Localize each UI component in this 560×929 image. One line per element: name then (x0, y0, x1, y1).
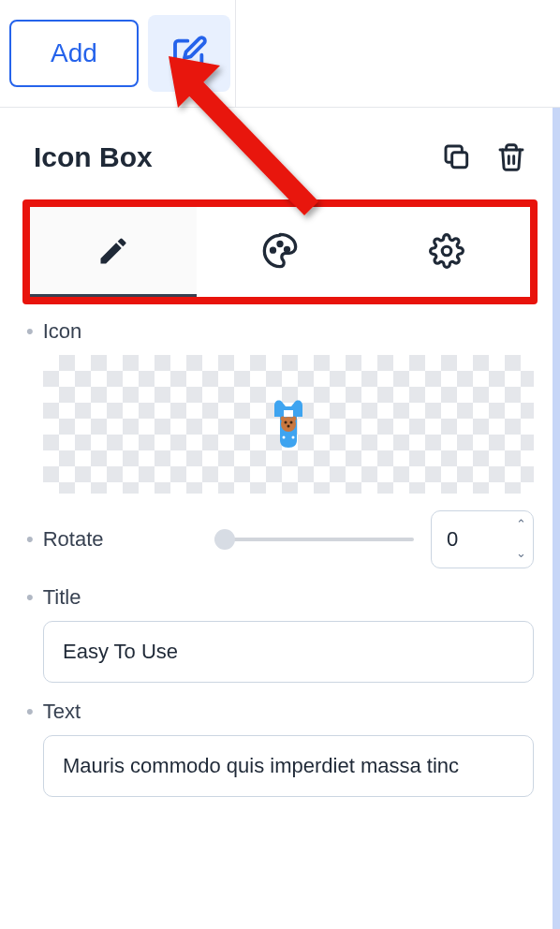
title-input[interactable] (43, 621, 534, 683)
rotate-label: • Rotate (26, 527, 104, 552)
top-toolbar: Add (0, 0, 560, 108)
title-label: • Title (26, 585, 534, 610)
bullet-icon: • (26, 587, 34, 608)
bullet-icon: • (26, 321, 34, 342)
bullet-icon: • (26, 701, 34, 722)
svg-point-11 (283, 436, 286, 439)
rotate-label-text: Rotate (43, 527, 104, 552)
properties-panel: Icon Box (0, 108, 560, 844)
edit-mode-button[interactable] (148, 15, 230, 92)
icon-label: • Icon (26, 319, 534, 344)
svg-rect-0 (452, 153, 467, 168)
scrollbar[interactable] (553, 108, 560, 929)
trash-icon[interactable] (496, 142, 526, 172)
icon-preview[interactable] (43, 355, 534, 494)
svg-point-10 (292, 417, 297, 421)
text-input[interactable] (43, 735, 534, 797)
add-button[interactable]: Add (9, 20, 139, 87)
svg-point-9 (281, 417, 286, 421)
svg-point-12 (292, 436, 295, 439)
panel-actions (442, 142, 526, 172)
tab-style[interactable] (197, 207, 363, 297)
panel-title: Icon Box (34, 141, 153, 173)
pencil-icon (96, 234, 130, 268)
slider-track-line (214, 538, 414, 541)
number-stepper: ⌃ ⌄ (516, 518, 526, 559)
tabs-highlight-box (22, 199, 538, 304)
duplicate-icon[interactable] (442, 142, 472, 172)
svg-point-1 (272, 248, 275, 252)
svg-point-3 (286, 247, 289, 251)
tabs-container (0, 199, 560, 304)
rotate-slider[interactable] (214, 528, 414, 551)
tab-settings[interactable] (363, 207, 530, 297)
icon-label-text: Icon (43, 319, 82, 344)
rotate-field: • Rotate ⌃ ⌄ (26, 510, 534, 568)
svg-point-8 (287, 425, 290, 428)
palette-icon (261, 232, 299, 270)
svg-point-7 (290, 421, 293, 424)
bullet-icon: • (26, 529, 34, 550)
stepper-up-icon[interactable]: ⌃ (516, 518, 526, 530)
text-label-text: Text (43, 700, 81, 724)
icon-field: • Icon (26, 319, 534, 494)
title-field: • Title (26, 585, 534, 683)
pencil-square-icon (170, 35, 208, 72)
rotate-number-wrap: ⌃ ⌄ (431, 510, 534, 568)
gear-icon (429, 233, 464, 269)
stepper-down-icon[interactable]: ⌄ (516, 547, 526, 559)
svg-point-6 (285, 421, 287, 424)
svg-point-4 (442, 246, 451, 256)
tab-content[interactable] (30, 207, 197, 297)
content-section: • Icon (0, 304, 560, 821)
title-label-text: Title (43, 585, 81, 610)
toolbar-divider (235, 0, 236, 108)
svg-point-2 (278, 242, 282, 245)
text-field: • Text (26, 700, 534, 797)
slider-thumb[interactable] (214, 529, 235, 550)
panel-header: Icon Box (0, 108, 560, 190)
text-label: • Text (26, 700, 534, 724)
icon-preview-image (265, 398, 312, 450)
